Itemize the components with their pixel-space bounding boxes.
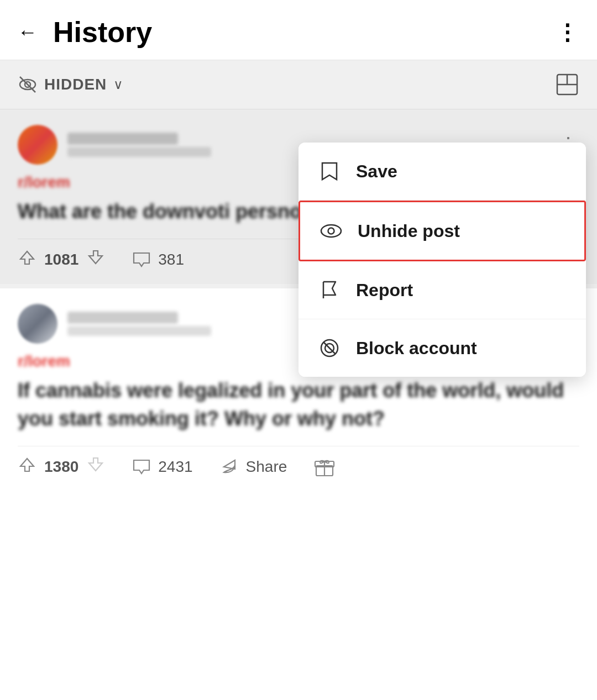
post2-upvote-button[interactable] — [18, 455, 36, 478]
post2-header-left — [18, 304, 211, 344]
post2-share-button[interactable]: Share — [219, 457, 287, 477]
comment-icon-2 — [132, 457, 151, 477]
dropdown-unhide-label: Unhide post — [358, 221, 460, 241]
page-title: History — [53, 15, 152, 49]
post2-meta — [67, 312, 211, 336]
post1-meta — [67, 133, 211, 157]
dropdown-unhide[interactable]: Unhide post — [298, 201, 586, 261]
post1-author — [67, 133, 178, 145]
post1-sub — [67, 147, 211, 157]
post2-share-label: Share — [246, 458, 287, 476]
eye-icon — [320, 220, 342, 242]
post2-actions: 1380 2431 Share — [18, 446, 579, 491]
block-icon — [318, 337, 341, 359]
header: ← History ⋮ — [0, 0, 597, 60]
dropdown-block[interactable]: Block account — [298, 319, 586, 377]
post2-sub — [67, 326, 211, 336]
dropdown-report[interactable]: Report — [298, 261, 586, 319]
post2-comment-button[interactable]: 2431 — [132, 457, 192, 477]
dropdown-report-label: Report — [356, 280, 413, 301]
more-button[interactable]: ⋮ — [556, 19, 579, 45]
dropdown-save[interactable]: Save — [298, 143, 586, 201]
post2-vote-count: 1380 — [44, 458, 78, 476]
post2-author — [67, 312, 178, 324]
back-button[interactable]: ← — [18, 20, 38, 44]
post2-tag: r/lorem — [18, 352, 70, 370]
hidden-eye-icon — [18, 75, 38, 94]
post1-downvote-button[interactable] — [86, 248, 105, 271]
filter-label: HIDDEN — [44, 76, 107, 93]
gift-icon — [313, 456, 336, 478]
post-card-1: ⋮ r/lorem What are the downvoti persnoia… — [0, 109, 597, 288]
share-icon — [219, 457, 239, 477]
chevron-down-icon: ∨ — [113, 77, 123, 92]
dropdown-save-label: Save — [356, 161, 397, 182]
svg-point-6 — [321, 225, 341, 237]
filter-bar: HIDDEN ∨ — [0, 60, 597, 109]
header-left: ← History — [18, 15, 152, 49]
post2-comment-count: 2431 — [158, 458, 192, 476]
layout-icon[interactable] — [555, 72, 579, 97]
post2-title: If cannabis were legalized in your part … — [18, 377, 579, 433]
post1-comment-button[interactable]: 381 — [132, 250, 184, 270]
post1-vote-section: 1081 — [18, 248, 105, 271]
post1-vote-count: 1081 — [44, 251, 78, 269]
dropdown-block-label: Block account — [356, 338, 477, 359]
post2-vote-section: 1380 — [18, 455, 105, 478]
comment-icon — [132, 250, 151, 270]
bookmark-icon — [318, 160, 341, 182]
filter-left[interactable]: HIDDEN ∨ — [18, 75, 123, 94]
post2-gift-button[interactable] — [313, 456, 336, 478]
flag-icon — [318, 279, 341, 301]
post1-comment-count: 381 — [158, 251, 184, 269]
avatar-2 — [18, 304, 57, 344]
post1-upvote-button[interactable] — [18, 248, 36, 271]
avatar-1 — [18, 125, 57, 165]
post1-header-left — [18, 125, 211, 165]
post1-tag: r/lorem — [18, 173, 70, 191]
svg-point-7 — [328, 228, 334, 234]
dropdown-menu: Save Unhide post Report — [298, 143, 586, 377]
post2-downvote-button[interactable] — [86, 455, 105, 478]
